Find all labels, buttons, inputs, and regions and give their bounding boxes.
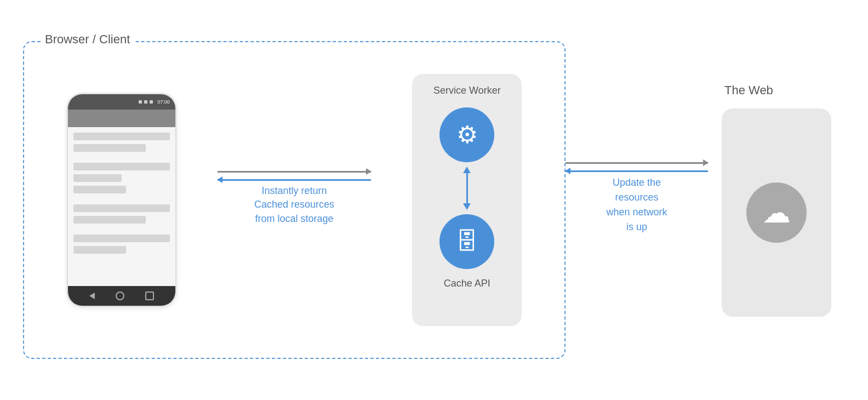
arrow-to-web bbox=[566, 162, 708, 164]
update-resources-label: Update the resources when network is up bbox=[606, 172, 667, 238]
content-block-5 bbox=[73, 186, 127, 193]
cache-api-label: Cache API bbox=[444, 278, 490, 289]
diagram-container: Browser / Client 07:00 bbox=[23, 14, 845, 386]
phone-mockup: 07:00 bbox=[67, 93, 176, 307]
browser-client-label: Browser / Client bbox=[41, 32, 134, 47]
browser-client-box: Browser / Client 07:00 bbox=[23, 41, 566, 359]
battery-icon bbox=[150, 100, 153, 104]
content-block-1 bbox=[73, 133, 170, 140]
update-resources-line2: resources bbox=[615, 192, 658, 203]
content-block-2 bbox=[73, 144, 146, 152]
down-arrow-head bbox=[463, 203, 471, 210]
cloud-circle: ☁ bbox=[746, 182, 807, 243]
from-local-storage-line3: from local storage bbox=[255, 213, 333, 224]
when-network-line3: when network bbox=[606, 207, 667, 218]
service-worker-icon-circle: ⚙ bbox=[439, 107, 494, 162]
recents-button bbox=[145, 292, 154, 300]
right-arrow-line bbox=[218, 171, 371, 173]
cache-db-icon-circle: 🗄 bbox=[439, 214, 494, 269]
the-web-label: The Web bbox=[724, 83, 773, 98]
sw-vertical-double-arrow bbox=[463, 167, 471, 210]
database-icon: 🗄 bbox=[455, 228, 478, 255]
phone-status-icons: 07:00 bbox=[139, 99, 170, 105]
spacer-2 bbox=[73, 197, 170, 201]
signal-icon bbox=[139, 100, 142, 104]
right-arrow-to-web bbox=[566, 162, 708, 164]
phone-status-bar: 07:00 bbox=[68, 94, 175, 110]
phone-bottom-bar bbox=[68, 286, 175, 306]
content-block-7 bbox=[73, 216, 146, 224]
phone-sw-arrows: Instantly return Cached resources from l… bbox=[218, 171, 371, 229]
arrow-vertical-line bbox=[466, 173, 468, 203]
home-button bbox=[116, 292, 124, 300]
update-the-line1: Update the bbox=[613, 177, 661, 188]
is-up-line4: is up bbox=[626, 221, 647, 232]
content-block-4 bbox=[73, 174, 122, 182]
content-block-3 bbox=[73, 163, 170, 170]
cache-return-label: Instantly return Cached resources from l… bbox=[254, 181, 334, 229]
back-button bbox=[89, 293, 95, 299]
cloud-icon: ☁ bbox=[762, 196, 791, 229]
left-arrow-from-web bbox=[566, 170, 708, 172]
arrow-to-sw bbox=[218, 171, 371, 173]
wifi-icon bbox=[144, 100, 147, 104]
cached-resources-line2: Cached resources bbox=[254, 199, 334, 210]
gears-icon: ⚙ bbox=[456, 123, 478, 147]
service-worker-label: Service Worker bbox=[433, 85, 501, 96]
phone-time: 07:00 bbox=[157, 99, 170, 105]
up-arrow-head bbox=[463, 167, 471, 173]
left-arrow-line bbox=[218, 179, 371, 181]
arrow-from-sw bbox=[218, 179, 371, 181]
content-block-8 bbox=[73, 235, 170, 242]
spacer-1 bbox=[73, 156, 170, 159]
service-worker-box: Service Worker ⚙ 🗄 Cache API bbox=[412, 74, 522, 326]
content-block-9 bbox=[73, 246, 127, 254]
phone-toolbar bbox=[68, 110, 175, 127]
web-cloud-box: ☁ bbox=[722, 108, 831, 317]
content-block-6 bbox=[73, 204, 170, 212]
instantly-return-line1: Instantly return bbox=[261, 185, 327, 196]
spacer-3 bbox=[73, 227, 170, 231]
the-web-section: The Web ☁ bbox=[708, 83, 845, 317]
arrow-from-web bbox=[566, 170, 708, 172]
sw-web-arrows: Update the resources when network is up bbox=[566, 162, 708, 238]
phone-content bbox=[68, 127, 175, 286]
